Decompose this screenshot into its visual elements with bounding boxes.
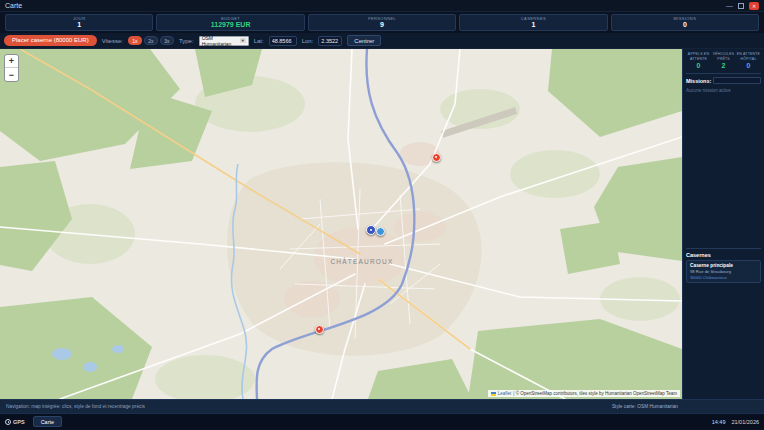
stat-stations: CASERNES 1: [459, 14, 607, 31]
close-icon[interactable]: ✕: [749, 2, 759, 10]
stat-personnel-value: 9: [380, 21, 384, 29]
speed-3x-button[interactable]: 3x: [160, 36, 174, 45]
map-canvas[interactable]: CHÂTEAUROUX + − Leaflet | © OpenStreetMa…: [0, 49, 682, 399]
maximize-icon[interactable]: [738, 3, 744, 9]
stat-hospital-waiting-value: 0: [736, 62, 761, 70]
clock: 14:49 21/01/2026: [712, 419, 759, 425]
lat-label: Lat:: [254, 38, 264, 44]
vehicle-marker[interactable]: [376, 227, 385, 236]
sidebar-stats: APPELS EN ATTENTE 0 VÉHICULES PRÊTS 2 EN…: [686, 52, 761, 70]
zoom-in-button[interactable]: +: [5, 55, 18, 68]
station-card[interactable]: Caserne principale 98 Rue de Strasbourg …: [686, 260, 761, 283]
stat-budget-value: 112979 EUR: [211, 21, 251, 29]
place-station-button[interactable]: Placer caserne (80000 EUR): [4, 35, 97, 46]
station-name: Caserne principale: [690, 263, 757, 268]
missions-filter-input[interactable]: [713, 77, 761, 84]
zoom-out-button[interactable]: −: [5, 68, 18, 81]
stat-hospital-waiting-label: EN ATTENTE HÔPITAL: [736, 52, 761, 62]
stat-day-value: 1: [77, 21, 81, 29]
stat-budget: BUDGET 112979 EUR: [156, 14, 304, 31]
stat-missions-value: 0: [683, 21, 687, 29]
missions-label: Missions:: [686, 78, 711, 84]
lat-input[interactable]: [269, 36, 297, 46]
minimize-icon[interactable]: —: [726, 2, 733, 10]
stat-vehicles-ready-value: 2: [711, 62, 736, 70]
stat-hospital-waiting: EN ATTENTE HÔPITAL 0: [736, 52, 761, 70]
divider: [686, 248, 761, 249]
chevron-down-icon: ▼: [240, 38, 246, 43]
tab-carte[interactable]: Carte: [33, 416, 62, 427]
stat-stations-value: 1: [531, 21, 535, 29]
map-zoom-control: + −: [4, 54, 19, 82]
divider: [686, 73, 761, 74]
leaflet-flag-icon: [491, 392, 496, 396]
gps-icon: [5, 419, 11, 425]
navigation-hint: Navigation: map intégrée: clics, style d…: [6, 404, 145, 409]
toolbar: Placer caserne (80000 EUR) Vitesse: 1x 2…: [0, 33, 764, 49]
incident-marker[interactable]: [432, 153, 441, 162]
map-type-label: Type:: [179, 38, 194, 44]
speed-label: Vitesse:: [102, 38, 123, 44]
stations-header: Casernes: [686, 252, 761, 258]
map-tiles: CHÂTEAUROUX: [0, 49, 682, 399]
map-type-select[interactable]: OSM Humanitarian ▼: [199, 36, 249, 46]
window-titlebar: Carte — ✕: [0, 0, 764, 12]
speed-2x-button[interactable]: 2x: [144, 36, 158, 45]
attribution-text: | © OpenStreetMap contributors, tiles st…: [513, 391, 677, 396]
stats-row: JOUR 1 BUDGET 112979 EUR PERSONNEL 9 CAS…: [0, 12, 764, 33]
station-address: 98 Rue de Strasbourg: [690, 269, 757, 274]
map-type-value: OSM Humanitarian: [202, 35, 240, 47]
hint-bar: Navigation: map intégrée: clics, style d…: [0, 399, 764, 413]
center-button[interactable]: Centrer: [347, 35, 381, 46]
lon-label: Lon:: [302, 38, 314, 44]
map-style-text: Style carte: OSM Humanitarian: [612, 404, 678, 409]
date-text: 21/01/2026: [731, 419, 759, 425]
stat-calls-waiting: APPELS EN ATTENTE 0: [686, 52, 711, 70]
stat-vehicles-ready-label: VÉHICULES PRÊTS: [711, 52, 736, 62]
stat-vehicles-ready: VÉHICULES PRÊTS 2: [711, 52, 736, 70]
stat-day: JOUR 1: [5, 14, 153, 31]
missions-header: Missions:: [686, 77, 761, 84]
window-title: Carte: [5, 2, 22, 9]
map-attribution: Leaflet | © OpenStreetMap contributors, …: [488, 390, 680, 397]
time-text: 14:49: [712, 419, 726, 425]
missions-list: [686, 93, 761, 245]
incident-marker[interactable]: [315, 325, 324, 334]
stat-calls-waiting-label: APPELS EN ATTENTE: [686, 52, 711, 62]
status-bar: GPS Carte 14:49 21/01/2026: [0, 413, 764, 429]
stat-personnel: PERSONNEL 9: [308, 14, 456, 31]
gps-label: GPS: [13, 419, 25, 425]
map-city-label: CHÂTEAUROUX: [330, 257, 393, 265]
leaflet-link[interactable]: Leaflet: [498, 391, 512, 396]
gps-indicator[interactable]: GPS: [5, 419, 25, 425]
lon-input[interactable]: [318, 36, 342, 46]
speed-group: 1x 2x 3x: [128, 36, 174, 45]
sidebar: APPELS EN ATTENTE 0 VÉHICULES PRÊTS 2 EN…: [682, 49, 764, 399]
station-marker[interactable]: [366, 225, 376, 235]
station-city: 36000 Châteauroux: [690, 275, 757, 280]
speed-1x-button[interactable]: 1x: [128, 36, 142, 45]
stat-missions: MISSIONS 0: [611, 14, 759, 31]
stat-calls-waiting-value: 0: [686, 62, 711, 70]
